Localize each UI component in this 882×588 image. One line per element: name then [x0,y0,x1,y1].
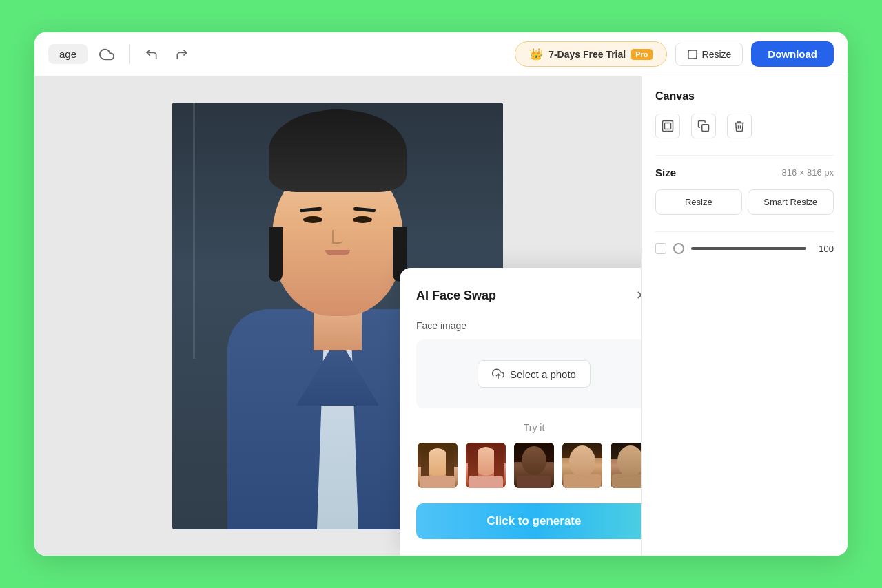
face-image-label: Face image [416,320,641,331]
delete-icon-btn[interactable] [727,114,752,138]
sample-face-3[interactable] [513,441,555,490]
select-photo-button[interactable]: Select a photo [478,360,591,388]
select-photo-label: Select a photo [510,368,576,380]
trial-button[interactable]: 👑 7-Days Free Trial Pro [515,41,666,67]
resize-icon [687,49,698,60]
opacity-row: 100 [655,243,834,254]
svg-rect-4 [702,125,709,132]
sample-faces [416,441,641,490]
svg-rect-3 [665,123,671,129]
try-it-label: Try it [416,422,641,433]
canvas-panel-title: Canvas [655,90,834,103]
panel-divider-2 [655,231,834,232]
sample-face-5[interactable] [609,441,641,490]
frame-icon-btn[interactable] [655,114,680,138]
resize-btn-label: Resize [702,49,732,60]
smart-resize-option-btn[interactable]: Smart Resize [748,189,834,215]
toolbar-divider [129,45,130,64]
page-label: age [48,44,88,64]
sample-face-4[interactable] [561,441,604,490]
opacity-icon [673,243,684,254]
size-value: 816 × 816 px [781,167,834,178]
resize-option-btn[interactable]: Resize [655,189,742,215]
undo-icon[interactable] [141,43,163,65]
dialog-close-button[interactable]: ✕ [630,284,641,306]
size-label: Size [655,167,676,178]
canvas-icons [655,114,834,138]
panel-divider-1 [655,155,834,156]
toolbar: age 👑 7- [34,32,848,76]
download-button[interactable]: Download [751,41,834,67]
resize-button[interactable]: Resize [675,43,743,66]
pro-badge: Pro [631,49,652,60]
dialog-header: AI Face Swap ✕ [416,284,641,306]
svg-rect-0 [688,50,697,59]
generate-button[interactable]: Click to generate [416,503,641,539]
app-window: age 👑 7- [34,32,848,556]
toolbar-left: age [48,43,506,65]
photo-upload-area[interactable]: Select a photo [416,339,641,408]
crown-icon: 👑 [529,48,543,61]
right-panel: Canvas [641,76,848,556]
trial-label: 7-Days Free Trial [548,49,626,60]
toolbar-right: 👑 7-Days Free Trial Pro Resize Download [515,41,834,67]
copy-icon-btn[interactable] [691,114,716,138]
canvas-area: ⊛ insMind AI Face Swap ✕ Face image [34,76,641,556]
main-area: ⊛ insMind AI Face Swap ✕ Face image [34,76,848,556]
sample-face-2[interactable] [464,441,507,490]
size-row: Size 816 × 816 px [655,167,834,178]
redo-icon[interactable] [171,43,193,65]
opacity-value: 100 [813,244,834,254]
opacity-slider[interactable] [691,247,806,250]
dialog-title: AI Face Swap [416,288,496,303]
opacity-checkbox[interactable] [655,243,666,254]
sample-face-1[interactable] [416,441,459,490]
ai-face-swap-dialog: AI Face Swap ✕ Face image Select a photo [400,268,641,556]
upload-icon [492,368,504,380]
resize-options: Resize Smart Resize [655,189,834,215]
cloud-icon[interactable] [96,43,118,65]
